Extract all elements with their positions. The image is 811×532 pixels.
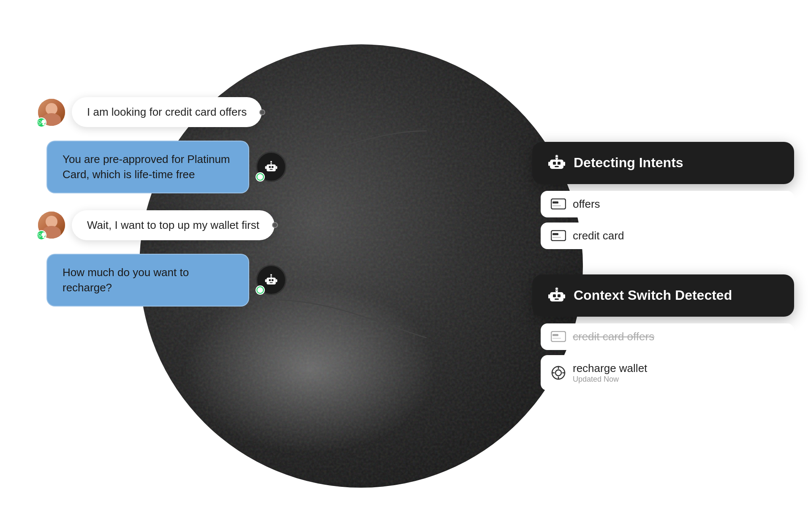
circle-light-gradient	[184, 285, 437, 454]
user-avatar-1	[38, 99, 65, 126]
svg-rect-14	[265, 279, 267, 282]
svg-rect-36	[548, 294, 550, 299]
svg-rect-8	[267, 278, 276, 285]
context-switch-panel: Context Switch Detected	[532, 274, 794, 317]
user-bubble-text-1: I am looking for credit card offers	[87, 106, 247, 118]
recharge-info: recharge wallet Updated Now	[573, 362, 647, 384]
svg-rect-11	[269, 282, 272, 283]
bot-message-row-2: How much do you want to recharge?	[38, 254, 286, 307]
bot-icon-context	[547, 286, 566, 305]
svg-rect-3	[269, 169, 272, 170]
conversation-section-1: I am looking for credit card offers You …	[38, 97, 286, 193]
svg-rect-10	[272, 279, 274, 281]
context-item-recharge-wallet: recharge wallet Updated Now	[541, 355, 794, 391]
svg-rect-26	[552, 205, 561, 206]
detecting-intents-title: Detecting Intents	[574, 155, 683, 171]
credit-card-icon-offers	[551, 198, 566, 209]
context-item-credit-card-offers: credit card offers	[541, 323, 794, 350]
svg-rect-15	[276, 279, 278, 282]
recharge-wallet-label: recharge wallet	[573, 362, 647, 375]
user-avatar-2	[38, 212, 65, 239]
context-switch-items: credit card offers recharge wallet Updat…	[532, 323, 794, 391]
main-scene: I am looking for credit card offers You …	[0, 0, 811, 532]
svg-rect-19	[555, 166, 559, 167]
svg-point-42	[555, 370, 561, 376]
bot-bubble-text-1: You are pre-approved for Platinum Card, …	[63, 153, 230, 181]
svg-point-21	[555, 155, 558, 157]
context-label-credit-card-offers: credit card offers	[573, 330, 654, 343]
context-switch-title: Context Switch Detected	[574, 288, 732, 303]
connector-dot-2	[272, 222, 278, 228]
intent-item-offers: offers	[541, 191, 794, 217]
svg-rect-23	[563, 162, 565, 166]
context-switch-header: Context Switch Detected	[547, 286, 779, 305]
right-panels: Detecting Intents offers	[532, 0, 794, 532]
svg-rect-28	[552, 233, 558, 235]
user-bubble-text-2: Wait, I want to top up my wallet first	[87, 219, 259, 231]
intent-item-credit-card: credit card	[541, 223, 794, 249]
chat-container: I am looking for credit card offers You …	[38, 97, 286, 307]
svg-rect-24	[551, 199, 566, 209]
svg-rect-1	[269, 166, 271, 168]
bot-whatsapp-badge-2	[256, 285, 265, 295]
svg-point-13	[270, 274, 272, 276]
svg-rect-17	[553, 162, 556, 165]
recharge-updated-label: Updated Now	[573, 375, 647, 384]
svg-rect-30	[550, 292, 563, 301]
detecting-intents-header: Detecting Intents	[547, 154, 779, 172]
bot-avatar-2	[256, 265, 286, 295]
bot-whatsapp-badge-1	[256, 172, 265, 182]
credit-card-icon-cc	[551, 230, 566, 241]
intent-label-offers: offers	[573, 198, 600, 211]
svg-rect-33	[555, 299, 559, 300]
detecting-intents-items: offers credit card	[532, 191, 794, 249]
svg-rect-27	[551, 231, 566, 241]
svg-rect-32	[558, 294, 561, 297]
detecting-intents-panel: Detecting Intents	[532, 142, 794, 184]
wallet-icon-recharge	[551, 365, 566, 380]
svg-point-35	[555, 287, 558, 290]
whatsapp-badge-1	[36, 117, 46, 128]
svg-rect-16	[550, 160, 563, 169]
user-message-row-2: Wait, I want to top up my wallet first	[38, 210, 286, 240]
svg-rect-40	[552, 338, 561, 339]
svg-rect-25	[552, 201, 558, 204]
bot-avatar-1	[256, 152, 286, 182]
intent-label-credit-card: credit card	[573, 229, 624, 242]
svg-rect-9	[269, 279, 271, 281]
bot-bubble-text-2: How much do you want to recharge?	[63, 266, 189, 294]
svg-rect-0	[267, 165, 276, 171]
connector-dot-1	[259, 109, 265, 115]
bot-bubble-2: How much do you want to recharge?	[46, 254, 249, 307]
svg-rect-18	[558, 162, 561, 165]
svg-rect-39	[552, 334, 558, 336]
user-message-row-1: I am looking for credit card offers	[38, 97, 286, 127]
bot-bubble-1: You are pre-approved for Platinum Card, …	[46, 141, 249, 193]
whatsapp-badge-2	[36, 230, 46, 240]
svg-rect-2	[272, 166, 274, 168]
user-bubble-1: I am looking for credit card offers	[72, 97, 262, 127]
bot-icon-detecting	[547, 154, 566, 172]
svg-rect-7	[276, 166, 278, 169]
svg-rect-6	[265, 166, 267, 169]
svg-rect-22	[548, 162, 550, 166]
bot-message-row-1: You are pre-approved for Platinum Card, …	[38, 141, 286, 193]
credit-card-icon-context	[551, 331, 566, 342]
svg-rect-31	[553, 294, 556, 297]
svg-rect-29	[552, 237, 561, 238]
conversation-section-2: Wait, I want to top up my wallet first H…	[38, 210, 286, 307]
svg-rect-37	[563, 294, 565, 299]
svg-point-5	[270, 161, 272, 163]
svg-rect-38	[551, 331, 566, 342]
user-bubble-2: Wait, I want to top up my wallet first	[72, 210, 275, 240]
